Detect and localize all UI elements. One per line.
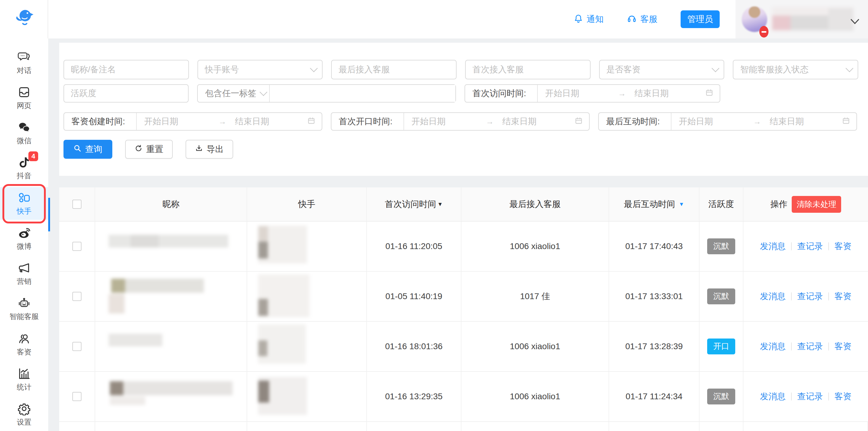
sidebar-item-kuaishou[interactable]: 快手 [0, 187, 48, 220]
first-agent-field[interactable] [465, 60, 591, 80]
send-message-link[interactable]: 发消息 [760, 290, 785, 302]
date-range-arrow-icon: → [753, 117, 761, 126]
activity-badge: 沉默 [707, 238, 735, 254]
chevron-down-icon [846, 64, 854, 72]
sidebar-item-chat[interactable]: 对话 [0, 47, 48, 79]
role-badge: 管理员 [681, 10, 720, 28]
lead-link[interactable]: 客资 [834, 391, 851, 402]
row-checkbox[interactable] [72, 242, 82, 251]
col-label: 最后互动时间 [624, 198, 675, 210]
sort-desc-active-icon[interactable]: ▼ [679, 201, 684, 208]
notifications-nav[interactable]: 通知 [574, 13, 604, 25]
view-records-link[interactable]: 查记录 [797, 241, 823, 252]
sidebar-item-wechat[interactable]: 微信 [0, 117, 48, 150]
col-header-last-interact[interactable]: 最后互动时间 ▼ [609, 187, 700, 221]
view-records-link[interactable]: 查记录 [797, 391, 823, 402]
sidebar-active-indicator [48, 198, 50, 232]
first-visit-cell: 01-16 18:01:36 [367, 322, 462, 371]
first-visit-cell: 01-16 11:20:05 [367, 222, 462, 271]
last-agent-input[interactable] [338, 65, 449, 74]
tag-mode-select[interactable]: 包含任一标签 [198, 85, 270, 102]
chevron-down-icon [712, 64, 719, 72]
last-agent-cell: 1006 xiaolio1 [462, 222, 609, 271]
main-content: 快手账号 是否客资 智能客服接入状态 [59, 38, 868, 431]
chevron-down-icon[interactable] [850, 16, 860, 27]
first-agent-input[interactable] [472, 65, 583, 74]
lead-created-date-filter: 客资创建时间: 开始日期 → 结束日期 [63, 112, 322, 131]
date-start-placeholder: 开始日期 [411, 116, 484, 127]
row-checkbox[interactable] [72, 392, 82, 401]
kuaishou-account-select[interactable]: 快手账号 [197, 60, 323, 80]
view-records-link[interactable]: 查记录 [797, 341, 823, 352]
table-row: 01-05 11:40:19 1017 佳 01-17 13:33:01 沉默 … [59, 272, 868, 322]
sort-desc-icon[interactable]: ▼ [437, 201, 443, 208]
first-visit-date-range[interactable]: 开始日期 → 结束日期 [537, 85, 720, 102]
sidebar-item-marketing[interactable]: 营销 [0, 258, 48, 290]
sidebar-item-douyin[interactable]: 4 抖音 [0, 152, 48, 185]
send-message-link[interactable]: 发消息 [760, 391, 785, 402]
date-end-placeholder: 结束日期 [496, 116, 575, 127]
last-agent-field[interactable] [331, 60, 457, 80]
sidebar-item-statistics[interactable]: 统计 [0, 363, 48, 396]
sidebar-item-label: 微博 [17, 241, 31, 251]
activity-input[interactable] [71, 89, 181, 98]
lead-created-label: 客资创建时间: [64, 113, 136, 130]
first-visit-cell: 01-16 13:29:35 [367, 372, 462, 421]
search-button[interactable]: 查询 [63, 140, 112, 159]
lead-link[interactable]: 客资 [834, 241, 851, 252]
sidebar-item-label: 统计 [17, 382, 31, 392]
select-all-checkbox[interactable] [72, 199, 82, 209]
export-button[interactable]: 导出 [186, 140, 233, 159]
lead-created-date-range[interactable]: 开始日期 → 结束日期 [136, 113, 322, 130]
user-panel[interactable] [736, 0, 868, 38]
sidebar-item-settings[interactable]: 设置 [0, 398, 48, 431]
tag-field[interactable] [270, 85, 455, 102]
activity-badge: 沉默 [707, 288, 735, 304]
chat-bubbles-icon [18, 50, 31, 64]
redacted-kuaishou-id [258, 224, 319, 268]
sidebar-item-webpage[interactable]: 网页 [0, 82, 48, 114]
sidebar-item-label: 微信 [17, 136, 31, 146]
first-visit-date-filter: 首次访问时间: 开始日期 → 结束日期 [465, 84, 720, 102]
clear-pending-button[interactable]: 清除未处理 [792, 196, 841, 213]
search-icon [73, 144, 82, 154]
view-records-link[interactable]: 查记录 [797, 290, 823, 302]
minus-status-badge [760, 26, 769, 37]
refresh-icon [134, 144, 143, 154]
activity-badge: 沉默 [707, 389, 735, 404]
last-interact-date-range[interactable]: 开始日期 → 结束日期 [671, 113, 857, 130]
service-nav[interactable]: 客服 [627, 13, 657, 25]
row-checkbox[interactable] [72, 292, 82, 301]
activity-field[interactable] [63, 84, 189, 102]
sidebar-item-weibo[interactable]: 微博 [0, 222, 48, 255]
redacted-nickname [102, 377, 234, 415]
send-message-link[interactable]: 发消息 [760, 341, 785, 352]
activity-badge: 开口 [707, 339, 735, 354]
first-speak-date-range[interactable]: 开始日期 → 结束日期 [403, 113, 589, 130]
ai-status-select[interactable]: 智能客服接入状态 [733, 60, 858, 80]
lead-link[interactable]: 客资 [834, 290, 851, 302]
nickname-field[interactable] [63, 60, 189, 80]
tag-input[interactable] [277, 89, 448, 98]
first-visit-label: 首次访问时间: [465, 85, 537, 102]
first-visit-cell: 01-05 11:40:19 [367, 272, 462, 321]
download-icon [195, 144, 203, 154]
col-label: 昵称 [162, 198, 180, 210]
tag-mode-label: 包含任一标签 [205, 88, 256, 99]
is-lead-select[interactable]: 是否客资 [599, 60, 724, 80]
top-bar: 通知 客服 管理员 [0, 0, 868, 38]
reset-button[interactable]: 重置 [125, 140, 173, 159]
filter-row-2: 包含任一标签 首次访问时间: 开始日期 → 结束日期 [63, 84, 858, 102]
send-message-link[interactable]: 发消息 [760, 241, 785, 252]
sidebar-item-leads[interactable]: 客资 [0, 328, 48, 361]
sidebar-item-ai-service[interactable]: 智能客服 [0, 293, 48, 326]
last-agent-cell: 1006 xiaolio1 [462, 372, 609, 421]
wechat-icon [18, 121, 31, 134]
divider [791, 242, 792, 250]
divider [828, 293, 829, 300]
app-logo[interactable] [0, 0, 48, 38]
lead-link[interactable]: 客资 [834, 341, 851, 352]
col-header-first-visit[interactable]: 首次访问时间 ▼ [367, 187, 462, 221]
row-checkbox[interactable] [72, 342, 82, 351]
nickname-input[interactable] [71, 65, 182, 74]
